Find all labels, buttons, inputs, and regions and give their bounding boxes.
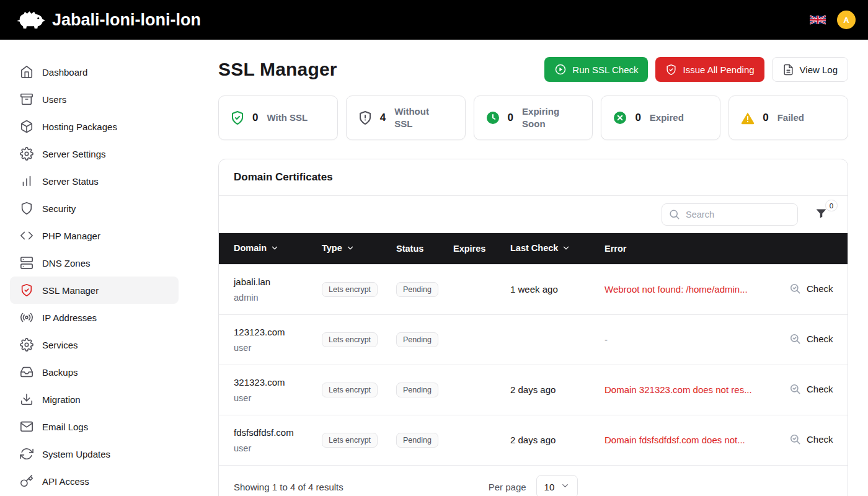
sidebar-item-label: PHP Manager	[42, 231, 100, 241]
run-ssl-check-button[interactable]: Run SSL Check	[544, 57, 648, 82]
check-label: Check	[807, 283, 833, 294]
sidebar-item-ssl-manager[interactable]: SSL Manager	[10, 277, 179, 304]
bar-chart-icon	[20, 174, 33, 188]
error-cell: Webroot not found: /home/admin...	[604, 264, 786, 314]
mail-icon	[20, 420, 33, 433]
per-page-select[interactable]: 10	[536, 475, 578, 496]
boar-logo-icon	[15, 10, 46, 30]
sidebar-item-api-access[interactable]: API Access	[10, 467, 179, 495]
sidebar-item-ip-addresses[interactable]: IP Addresses	[10, 304, 179, 331]
check-button[interactable]: Check	[786, 332, 837, 345]
domain-certificates-panel: Domain Certificates 0	[218, 159, 848, 496]
sidebar-item-hosting-packages[interactable]: Hosting Packages	[10, 113, 179, 140]
archive-icon	[20, 92, 33, 106]
column-header-expires[interactable]: Expires	[453, 233, 510, 264]
sidebar-item-label: Server Status	[42, 176, 99, 187]
search-input[interactable]	[662, 203, 798, 226]
shield-icon	[20, 202, 33, 215]
table-row: fdsfsdfdsf.com user Lets encrypt Pending…	[219, 415, 848, 465]
domain-user: user	[234, 443, 314, 453]
error-cell: Domain fdsfsdfdsf.com does not...	[604, 415, 786, 465]
status-badge: Pending	[396, 433, 438, 448]
radio-icon	[20, 311, 33, 324]
shield-check-icon	[665, 64, 677, 76]
sidebar-item-dashboard[interactable]: Dashboard	[10, 58, 179, 86]
server-icon	[20, 256, 33, 270]
table-row: 123123.com user Lets encrypt Pending - C…	[219, 314, 848, 365]
domain-name: 321323.com	[234, 377, 314, 388]
column-label: Error	[604, 244, 626, 254]
inbox-icon	[20, 365, 33, 379]
column-header-last-check[interactable]: Last Check	[510, 233, 604, 264]
view-log-label: View Log	[800, 64, 838, 75]
sidebar-item-services[interactable]: Services	[10, 331, 179, 358]
last-check-cell: 2 days ago	[510, 365, 604, 415]
expires-cell	[453, 264, 510, 314]
check-button[interactable]: Check	[786, 282, 837, 295]
domain-name: jabali.lan	[234, 277, 314, 287]
sidebar-item-migration[interactable]: Migration	[10, 386, 179, 413]
gear-icon	[20, 147, 33, 161]
issue-all-pending-button[interactable]: Issue All Pending	[655, 57, 764, 82]
column-header-status[interactable]: Status	[396, 233, 453, 264]
filter-funnel-icon	[815, 207, 828, 222]
sidebar-item-system-updates[interactable]: System Updates	[10, 440, 179, 467]
x-circle-icon	[613, 110, 627, 125]
code-icon	[20, 229, 33, 242]
run-ssl-check-label: Run SSL Check	[572, 64, 638, 75]
stat-value: 0	[635, 112, 640, 124]
stat-label: Failed	[777, 112, 804, 124]
sidebar-item-label: Migration	[42, 394, 81, 405]
type-badge: Lets encrypt	[322, 433, 378, 448]
sidebar-item-label: Dashboard	[42, 67, 87, 78]
sidebar-item-email-logs[interactable]: Email Logs	[10, 413, 179, 440]
sidebar-item-label: System Updates	[42, 449, 110, 459]
sidebar-item-server-status[interactable]: Server Status	[10, 167, 179, 195]
status-badge: Pending	[396, 332, 438, 347]
file-text-icon	[782, 64, 794, 76]
stat-label: Expired	[650, 112, 684, 124]
column-label: Status	[396, 244, 423, 254]
user-avatar[interactable]: A	[837, 11, 856, 29]
domain-user: admin	[234, 293, 314, 303]
check-button[interactable]: Check	[786, 433, 837, 446]
app-title: Jabali-loni-loni-lon	[52, 11, 201, 30]
sidebar-item-backups[interactable]: Backups	[10, 358, 179, 386]
chevron-down-icon	[562, 244, 570, 254]
clock-icon	[485, 110, 500, 125]
last-check-cell: 1 week ago	[510, 264, 604, 314]
check-label: Check	[807, 434, 833, 445]
type-badge: Lets encrypt	[322, 383, 378, 397]
certificates-table: Domain Type Status Expires Last Check	[219, 233, 848, 465]
column-header-domain[interactable]: Domain	[219, 233, 322, 264]
stat-card-expired: 0 Expired	[601, 95, 720, 140]
per-page-label: Per page	[489, 482, 526, 492]
search-check-icon	[789, 283, 801, 294]
sidebar-item-label: Services	[42, 340, 78, 350]
column-label: Last Check	[510, 243, 558, 253]
sidebar-item-dns-zones[interactable]: DNS Zones	[10, 249, 179, 277]
last-check-cell: 2 days ago	[510, 415, 604, 465]
language-flag-icon[interactable]	[810, 14, 826, 25]
sidebar-item-users[interactable]: Users	[10, 86, 179, 113]
sidebar-item-php-manager[interactable]: PHP Manager	[10, 222, 179, 249]
expires-cell	[453, 365, 510, 415]
stat-value: 4	[380, 112, 386, 124]
expires-cell	[453, 314, 510, 365]
column-header-error: Error	[604, 233, 786, 264]
stats-row: 0 With SSL 4 Without SSL 0 Expiring Soon	[218, 95, 848, 140]
check-button[interactable]: Check	[786, 383, 837, 396]
sidebar-item-label: Email Logs	[42, 422, 88, 432]
stat-value: 0	[252, 112, 258, 124]
column-header-type[interactable]: Type	[322, 233, 396, 264]
filter-count-badge: 0	[825, 200, 838, 211]
sidebar-item-security[interactable]: Security	[10, 195, 179, 222]
sidebar-item-server-settings[interactable]: Server Settings	[10, 140, 179, 167]
stat-value: 0	[763, 112, 768, 124]
filter-button[interactable]: 0	[812, 205, 830, 224]
view-log-button[interactable]: View Log	[772, 57, 848, 82]
panel-toolbar: 0	[219, 196, 848, 233]
expires-cell	[453, 415, 510, 465]
sidebar-item-label: DNS Zones	[42, 258, 91, 268]
status-badge: Pending	[396, 383, 438, 397]
